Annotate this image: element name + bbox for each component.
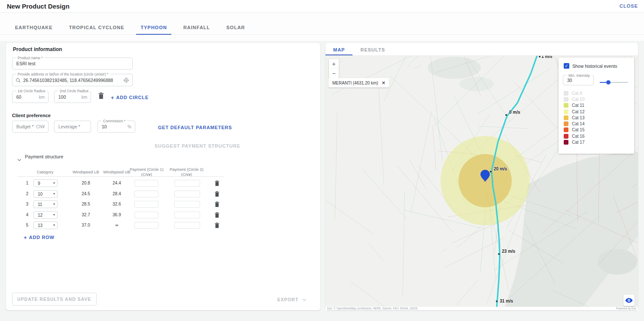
legend-label: Cat 17: [572, 140, 584, 145]
track-point: [505, 114, 507, 116]
close-icon[interactable]: ✕: [382, 80, 386, 86]
tab-tropical-cyclone[interactable]: TROPICAL CYCLONE: [65, 21, 129, 35]
intensity-slider[interactable]: [600, 82, 628, 83]
table-row: 513▾37.0∞: [6, 220, 320, 231]
update-results-save-button[interactable]: UPDATE RESULTS AND SAVE: [12, 293, 97, 306]
circle2-unit: km: [82, 94, 87, 99]
attribution-text: Esri, © OpenStreetMap contributors, HERE…: [327, 307, 417, 310]
category-select[interactable]: 9▾: [33, 179, 58, 187]
budget-suffix: CN¥: [36, 124, 45, 129]
tab-map[interactable]: MAP: [325, 43, 352, 55]
commission-label: Commission *: [101, 119, 127, 123]
min-intensity-field[interactable]: Min. Intensity 30: [563, 75, 594, 85]
slider-thumb[interactable]: [606, 80, 611, 85]
windspeed-lb-value: 24.5: [69, 191, 103, 196]
tab-rainfall[interactable]: RAINFALL: [179, 21, 214, 35]
location-field[interactable]: Provide address or lat/lon of the locati…: [12, 74, 133, 86]
legend-swatch: [564, 109, 568, 114]
section-title: Product information: [13, 46, 62, 52]
delete-row-button[interactable]: [215, 212, 219, 220]
windspeed-lb-value: 20.8: [69, 181, 103, 185]
legend-swatch: [564, 140, 568, 145]
legend-swatch: [564, 91, 568, 96]
row-index: 2: [22, 191, 28, 196]
visibility-button[interactable]: [623, 295, 635, 306]
show-historical-events-checkbox[interactable]: ✓: [564, 63, 569, 69]
table-row: 210▾24.528.4: [6, 189, 320, 200]
payment-circle1-input[interactable]: [134, 222, 158, 229]
leverage-field[interactable]: Leverage *: [54, 121, 91, 133]
payment-circle1-input[interactable]: [134, 201, 158, 208]
category-select[interactable]: 11▾: [33, 200, 58, 208]
collapse-chevron-icon[interactable]: [18, 154, 21, 162]
legend-swatch: [564, 115, 568, 120]
category-value: 11: [38, 202, 42, 207]
category-value: 10: [38, 192, 43, 197]
zoom-out-button[interactable]: −: [329, 69, 339, 78]
payment-circle2-input[interactable]: [174, 191, 200, 197]
circle2-radius-field[interactable]: 2nd Circle Radius 100 km: [54, 91, 91, 103]
category-select[interactable]: 13▾: [33, 221, 58, 229]
legend-item-cat-13: Cat 13: [564, 115, 584, 121]
delete-row-button[interactable]: [215, 201, 219, 209]
payment-circle1-input[interactable]: [134, 191, 158, 197]
payment-circle1-input[interactable]: [134, 212, 158, 218]
tab-earthquake[interactable]: EARTHQUAKE: [11, 21, 57, 35]
delete-row-button[interactable]: [215, 191, 219, 199]
payment-circle2-input[interactable]: [174, 201, 200, 208]
payment-circle2-input[interactable]: [174, 212, 200, 218]
commission-value: 10: [102, 124, 107, 129]
close-button[interactable]: CLOSE: [620, 3, 638, 9]
circle2-label: 2nd Circle Radius: [58, 89, 90, 93]
track-point: [498, 253, 500, 255]
category-select[interactable]: 12▾: [33, 211, 58, 219]
legend-item-cat-15: Cat 15: [564, 127, 584, 133]
tab-results[interactable]: RESULTS: [352, 43, 393, 55]
zoom-in-button[interactable]: +: [329, 59, 339, 69]
budget-field[interactable]: Budget * CN¥: [12, 121, 49, 133]
export-button[interactable]: EXPORT: [277, 297, 306, 302]
legend-label: Cat 13: [572, 115, 584, 120]
suggest-payment-structure-button[interactable]: SUGGEST PAYMENT STRUCTURE: [155, 143, 240, 148]
payment-circle2-input[interactable]: [174, 180, 200, 187]
category-value: 13: [38, 223, 43, 228]
chevron-down-icon: [303, 297, 306, 301]
commission-field[interactable]: Commission * 10 %: [97, 121, 135, 133]
circle1-radius-field[interactable]: 1st Circle Radius 60 km: [12, 91, 49, 103]
map-viewport[interactable]: 1 m/s0 m/s20 m/s23 m/s31 m/s + − MERANTI…: [325, 56, 638, 307]
payment-circle2-input[interactable]: [174, 222, 200, 229]
legend-swatch: [564, 97, 568, 102]
plus-icon: +: [24, 234, 27, 241]
table-row: 19▾20.824.4: [6, 178, 320, 189]
windspeed-ub-value: 24.4: [100, 181, 134, 185]
storm-chip-label: MERANTI (4631.20 km): [332, 81, 378, 85]
row-index: 3: [22, 202, 28, 206]
tab-typhoon[interactable]: TYPHOON: [136, 21, 171, 35]
table-header-divider: [17, 176, 224, 177]
leverage-label: Leverage *: [58, 124, 80, 129]
product-name-field[interactable]: Product name * ESRI test: [12, 58, 133, 70]
storm-chip[interactable]: MERANTI (4631.20 km) ✕: [328, 78, 389, 88]
col-header-payment1: Payment (Circle 1)(CN¥): [128, 167, 165, 177]
legend-label: Cat 10: [572, 97, 584, 102]
locate-icon[interactable]: [123, 77, 129, 83]
payment-circle1-input[interactable]: [134, 180, 158, 187]
add-row-button[interactable]: +ADD ROW: [24, 234, 55, 241]
table-row: 412▾32.736.9: [6, 210, 320, 221]
legend-swatch: [564, 121, 568, 126]
chevron-down-icon: ▾: [53, 213, 55, 217]
windspeed-lb-value: 28.5: [69, 202, 103, 206]
client-preference-title: Client preference: [12, 113, 51, 118]
get-default-parameters-button[interactable]: GET DEFAULT PARAMETERS: [158, 125, 232, 130]
chevron-down-icon: ▾: [53, 192, 55, 196]
circle1-label: 1st Circle Radius: [16, 89, 47, 93]
delete-row-button[interactable]: [215, 222, 219, 230]
map-panel-card: MAPRESULTS 1 m/s0 m/s20 m/s23 m/s31 m/s: [325, 43, 638, 310]
delete-row-button[interactable]: [215, 180, 219, 188]
delete-circle-button[interactable]: [98, 92, 104, 99]
tab-solar[interactable]: SOLAR: [222, 21, 249, 35]
windspeed-lb-value: 32.7: [69, 212, 103, 217]
circle1-unit: km: [39, 94, 45, 99]
category-select[interactable]: 10▾: [33, 190, 58, 198]
add-circle-button[interactable]: +ADD CIRCLE: [111, 94, 149, 101]
